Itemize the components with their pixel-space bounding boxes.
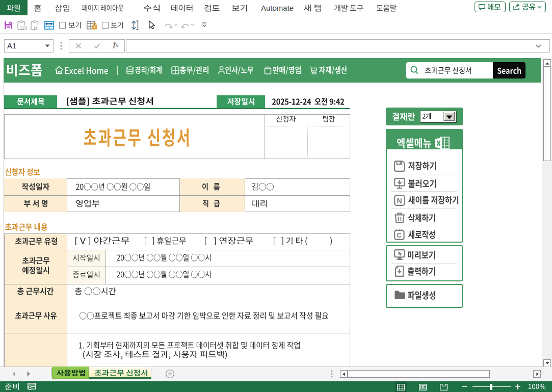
svg-text:123: 123 (20, 25, 27, 31)
svg-text:N: N (397, 197, 402, 205)
svg-text:fx: fx (34, 25, 38, 31)
svg-text:C: C (397, 231, 402, 239)
